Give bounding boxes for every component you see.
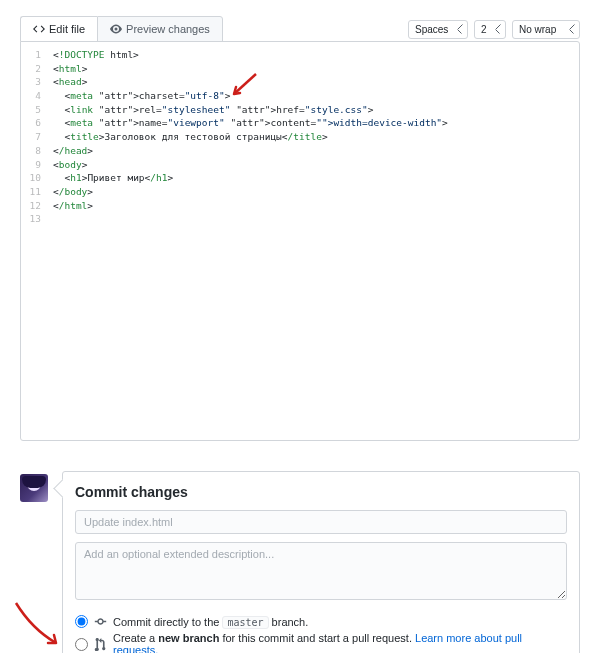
- radio-commit-direct[interactable]: Commit directly to the master branch.: [75, 615, 567, 628]
- radio-new-branch[interactable]: Create a new branch for this commit and …: [75, 632, 567, 653]
- git-commit-icon: [94, 615, 107, 628]
- wrap-select[interactable]: No wrap: [512, 20, 580, 39]
- annotation-arrow-editor: [226, 72, 258, 100]
- avatar: [20, 474, 48, 502]
- annotation-arrow-commit: [12, 601, 72, 649]
- git-pull-request-icon: [94, 638, 107, 651]
- indent-size-select[interactable]: 2: [474, 20, 506, 39]
- indent-mode-select[interactable]: Spaces: [408, 20, 468, 39]
- radio-new-branch-input[interactable]: [75, 638, 88, 651]
- editor-tabs: Edit file Preview changes: [20, 16, 223, 42]
- commit-summary-input[interactable]: [75, 510, 567, 534]
- code-icon: [33, 23, 45, 35]
- tab-preview-changes[interactable]: Preview changes: [97, 16, 223, 42]
- branch-chip: master: [222, 616, 268, 629]
- code-content: <!DOCTYPE html><html><head> <meta "attr"…: [49, 42, 579, 440]
- commit-description-input[interactable]: [75, 542, 567, 600]
- commit-heading: Commit changes: [75, 484, 567, 500]
- commit-form: Commit changes Commit directly to the ma…: [62, 471, 580, 653]
- eye-icon: [110, 23, 122, 35]
- line-number-gutter: 12345678910111213: [21, 42, 49, 440]
- tab-preview-label: Preview changes: [126, 23, 210, 35]
- code-editor[interactable]: 12345678910111213 <!DOCTYPE html><html><…: [20, 41, 580, 441]
- radio-commit-direct-input[interactable]: [75, 615, 88, 628]
- tab-edit-file[interactable]: Edit file: [20, 16, 97, 42]
- tab-edit-label: Edit file: [49, 23, 85, 35]
